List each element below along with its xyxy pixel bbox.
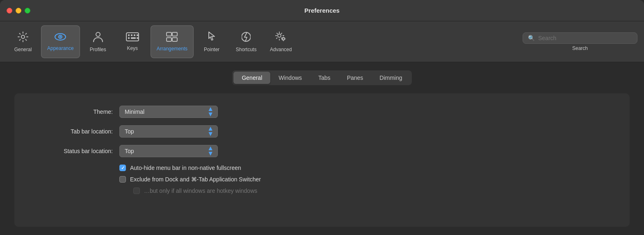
svg-rect-15 (167, 38, 171, 41)
tab-bar-location-row: Tab bar location: Top Bottom Left Right … (31, 125, 613, 138)
tab-advanced-label: Advanced (270, 47, 292, 52)
status-bar-location-row: Status bar location: Top Bottom ▲▼ (31, 145, 613, 157)
hotkey-windows-label: …but only if all windows are hotkey wind… (144, 188, 257, 194)
subtab-tabs[interactable]: Tabs (310, 72, 339, 84)
gear-icon (17, 31, 29, 44)
settings-panel: Theme: Minimal Dark Light System ▲▼ Tab … (14, 93, 630, 227)
tab-appearance-label: Appearance (47, 45, 74, 51)
hotkey-windows-row: …but only if all windows are hotkey wind… (133, 188, 613, 194)
tab-advanced[interactable]: Advanced (264, 25, 297, 58)
lightning-icon (242, 31, 251, 44)
auto-hide-menu-label: Auto-hide menu bar in non-native fullscr… (130, 165, 241, 171)
theme-select[interactable]: Minimal Dark Light System (119, 106, 218, 118)
exclude-dock-checkbox[interactable] (119, 176, 126, 183)
status-bar-location-select-wrapper: Top Bottom ▲▼ (119, 145, 218, 157)
subtab-panes[interactable]: Panes (339, 72, 372, 84)
tab-pointer-label: Pointer (204, 47, 219, 52)
preferences-window: Preferences General Appearance (0, 0, 644, 235)
svg-rect-7 (131, 34, 132, 36)
svg-rect-12 (137, 34, 138, 36)
search-container: 🔍 Search (523, 32, 637, 51)
auto-hide-menu-row: Auto-hide menu bar in non-native fullscr… (119, 165, 613, 171)
tab-bar-location-label: Tab bar location: (31, 128, 113, 135)
tab-bar-location-select[interactable]: Top Bottom Left Right (119, 125, 218, 138)
tab-pointer[interactable]: Pointer (195, 25, 228, 58)
close-button[interactable] (7, 8, 12, 14)
maximize-button[interactable] (25, 8, 30, 14)
search-box[interactable]: 🔍 (523, 32, 637, 44)
svg-rect-8 (134, 34, 135, 36)
theme-select-wrapper: Minimal Dark Light System ▲▼ (119, 106, 218, 118)
window-title: Preferences (304, 7, 340, 14)
hotkey-windows-checkbox[interactable] (133, 188, 140, 194)
subtab-dimming[interactable]: Dimming (371, 72, 410, 84)
hotkey-windows-item: …but only if all windows are hotkey wind… (133, 188, 257, 194)
svg-point-3 (59, 36, 61, 38)
tab-keys-label: Keys (127, 45, 138, 51)
exclude-dock-label: Exclude from Dock and ⌘-Tab Application … (130, 176, 261, 183)
tab-profiles[interactable]: Profiles (82, 25, 114, 58)
tab-appearance[interactable]: Appearance (41, 25, 80, 58)
tab-profiles-label: Profiles (90, 47, 106, 52)
keyboard-icon (126, 32, 139, 43)
subtab-windows[interactable]: Windows (270, 72, 310, 84)
svg-point-18 (278, 34, 281, 37)
status-bar-location-select[interactable]: Top Bottom (119, 145, 218, 157)
exclude-dock-item: Exclude from Dock and ⌘-Tab Application … (119, 176, 261, 183)
svg-rect-10 (131, 37, 136, 39)
svg-rect-6 (128, 34, 130, 36)
arrangements-icon (166, 32, 178, 43)
exclude-dock-row: Exclude from Dock and ⌘-Tab Application … (119, 176, 613, 183)
tab-arrangements-label: Arrangements (157, 46, 187, 52)
auto-hide-menu-item: Auto-hide menu bar in non-native fullscr… (119, 165, 241, 171)
eye-icon (55, 32, 66, 43)
traffic-lights (7, 8, 30, 14)
svg-rect-11 (137, 37, 138, 39)
tab-shortcuts-label: Shortcuts (236, 47, 257, 52)
svg-rect-5 (126, 33, 139, 41)
search-input[interactable] (538, 35, 632, 41)
theme-row: Theme: Minimal Dark Light System ▲▼ (31, 106, 613, 118)
svg-point-0 (21, 35, 25, 38)
auto-hide-menu-checkbox[interactable] (119, 165, 126, 171)
svg-point-4 (96, 32, 100, 36)
status-bar-location-label: Status bar location: (31, 148, 113, 154)
tab-bar-location-select-wrapper: Top Bottom Left Right ▲▼ (119, 125, 218, 138)
tab-general-label: General (14, 47, 32, 52)
svg-rect-14 (172, 32, 177, 36)
tab-arrangements[interactable]: Arrangements (151, 25, 194, 58)
tab-shortcuts[interactable]: Shortcuts (230, 25, 263, 58)
minimize-button[interactable] (16, 8, 21, 14)
svg-rect-13 (167, 32, 171, 36)
subtab-general[interactable]: General (233, 72, 270, 84)
person-icon (93, 31, 103, 44)
theme-label: Theme: (31, 108, 113, 115)
title-bar: Preferences (0, 0, 644, 21)
tab-general[interactable]: General (7, 25, 39, 58)
svg-rect-9 (128, 37, 130, 39)
content-area: General Windows Tabs Panes Dimming Theme… (0, 62, 644, 235)
search-icon: 🔍 (528, 35, 535, 41)
tab-keys[interactable]: Keys (116, 25, 149, 58)
svg-rect-16 (172, 38, 177, 41)
advanced-icon (275, 31, 287, 44)
pointer-icon (207, 31, 216, 44)
toolbar: General Appearance Profiles (0, 21, 644, 62)
search-label: Search (572, 45, 588, 51)
sub-tabs: General Windows Tabs Panes Dimming (232, 70, 411, 85)
